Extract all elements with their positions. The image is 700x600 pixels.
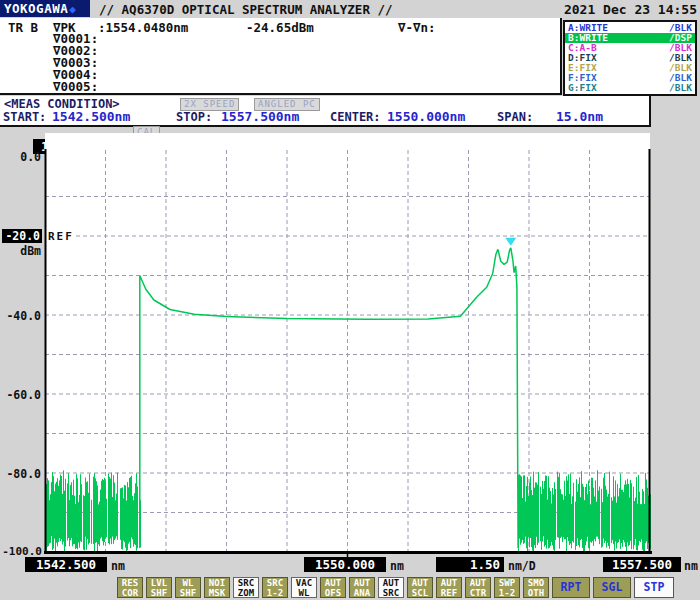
brand-logo: YOKOGAWA◆: [0, 0, 90, 17]
marker-row-5: ∇0005:: [53, 81, 98, 93]
app-title: // AQ6370D OPTICAL SPECTRUM ANALYZER //: [99, 2, 393, 17]
softkey-noi-msk[interactable]: NOI MSK: [204, 577, 230, 598]
ref-label: REF: [48, 230, 74, 243]
softkey-swp-1-2[interactable]: SWP 1-2: [494, 577, 520, 598]
stop-label: STOP:: [176, 110, 212, 124]
softkey-aut-ana[interactable]: AUT ANA: [349, 577, 375, 598]
x-start-value[interactable]: 1542.500: [25, 557, 107, 572]
legend-row-g[interactable]: G:FIX/BLK: [565, 83, 695, 93]
runkey-stp[interactable]: STP: [634, 577, 674, 598]
marker-readout-panel: TR B ∇PK :1554.0480nm -24.65dBm ∇-∇n: ∇0…: [0, 18, 562, 95]
datetime: 2021 Dec 23 14:55: [564, 2, 697, 17]
center-value[interactable]: 1550.000nm: [387, 109, 465, 124]
softkey-src-1-2[interactable]: SRC 1-2: [262, 577, 288, 598]
span-value[interactable]: 15.0nm: [556, 109, 603, 124]
legend-trace-name: G:FIX: [568, 83, 597, 93]
softkey-src-zom[interactable]: SRC ZOM: [233, 577, 259, 598]
x-center-unit: nm: [390, 559, 404, 573]
softkey-smo-oth[interactable]: SMO OTH: [523, 577, 549, 598]
span-label: SPAN:: [497, 110, 533, 124]
y-label-80: -80.0: [0, 467, 41, 481]
osa-screen: YOKOGAWA◆ // AQ6370D OPTICAL SPECTRUM AN…: [0, 0, 700, 600]
softkey-wl-shf[interactable]: WL SHF: [175, 577, 201, 598]
runkey-sgl[interactable]: SGL: [593, 577, 631, 598]
softkey-aut-src[interactable]: AUT SRC: [378, 577, 404, 598]
meas-condition-panel: <MEAS CONDITION> 2X SPEED ANGLED PC STAR…: [0, 96, 651, 127]
start-label: START:: [3, 110, 46, 124]
softkey-res-cor[interactable]: RES COR: [117, 577, 143, 598]
softkey-aut-ref[interactable]: AUT REF: [436, 577, 462, 598]
softkey-toolbar: RES CORLVL SHFWL SHFNOI MSKSRC ZOMSRC 1-…: [117, 577, 691, 598]
marker-list: ∇0001:∇0002:∇0003:∇0004:∇0005:: [53, 33, 98, 93]
x-stop-value[interactable]: 1557.500: [603, 557, 681, 572]
x-stop-unit: nm: [684, 559, 698, 573]
spectrum-plot: REF: [44, 133, 652, 557]
y-unit-label: dBm: [0, 244, 41, 258]
softkey-aut-ctr[interactable]: AUT CTR: [465, 577, 491, 598]
y-label-0: 0.0: [0, 150, 41, 164]
softkey-aut-ofs[interactable]: AUT OFS: [320, 577, 346, 598]
legend-trace-status: /BLK: [669, 83, 692, 93]
delta-marker-label: ∇-∇n:: [398, 20, 436, 35]
softkey-aut-scl[interactable]: AUT SCL: [407, 577, 433, 598]
x-start-unit: nm: [111, 559, 125, 573]
active-trace-label: TR B: [8, 20, 38, 35]
brand-name: YOKOGAWA: [4, 1, 68, 16]
brand-diamond-icon: ◆: [69, 3, 76, 16]
y-label-40: -40.0: [0, 309, 41, 323]
stop-value[interactable]: 1557.500nm: [221, 109, 299, 124]
x-center-value[interactable]: 1550.000: [304, 557, 386, 572]
softkey-vac-wl[interactable]: VAC WL: [291, 577, 317, 598]
softkey-lvl-shf[interactable]: LVL SHF: [146, 577, 172, 598]
y-label-60: -60.0: [0, 388, 41, 402]
peak-wavelength-readout: :1554.0480nm: [98, 20, 188, 35]
runkey-rpt[interactable]: RPT: [552, 577, 590, 598]
y-ref-badge: -20.0: [2, 229, 42, 243]
center-label: CENTER:: [330, 110, 381, 124]
spectrum-svg: REF: [44, 133, 652, 557]
x-per-div-value[interactable]: 1.50: [436, 557, 504, 572]
trace-legend-box: A:WRITE/BLKB:WRITE/DSPC:A-B/BLKD:FIX/BLK…: [563, 20, 697, 96]
peak-level-readout: -24.65dBm: [246, 20, 314, 35]
start-value[interactable]: 1542.500nm: [52, 109, 130, 124]
x-per-div-unit: nm/D: [508, 559, 536, 573]
